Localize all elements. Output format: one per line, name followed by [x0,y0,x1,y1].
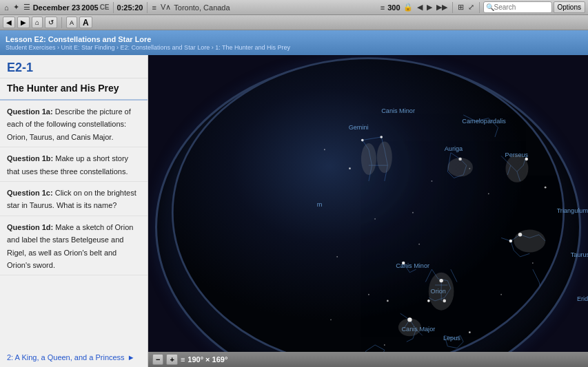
spacer [0,275,148,348]
breadcrumb-bar: Lesson E2: Constellations and Star Lore … [0,30,588,55]
minus-icon: − [156,355,160,364]
svg-point-77 [514,229,545,252]
svg-point-51 [330,319,332,320]
options-button[interactable]: Options [554,1,585,13]
svg-text:Canis Minor: Canis Minor [381,107,415,114]
svg-point-31 [545,187,547,189]
next-arrow-icon: ► [128,353,135,361]
dimensions-display: 190° × 169° [187,355,227,364]
svg-point-21 [427,300,430,302]
lesson-title: The Hunter and His Prey [0,78,148,101]
search-input[interactable] [494,3,543,11]
next-icon[interactable]: ▶▶ [435,2,449,12]
svg-point-53 [432,180,433,182]
nav-toolbar: ◀ ▶ ⌂ ↺ A A [0,15,588,30]
zoom-lock[interactable]: 🔒 [402,2,414,12]
svg-point-37 [488,193,489,194]
sky-view[interactable]: Canis Minor Gemini Camelopardalis Auriga… [148,55,588,367]
next-lesson-label: 2: A King, a Queen, and a Princess [7,353,125,361]
breadcrumb-content: Lesson E2: Constellations and Star Lore … [6,35,290,51]
question-block-1b: Question 1b: Make up a short story that … [0,147,148,182]
location-display: Toronto, Canada [174,3,230,12]
time-display: 0:25:20 [117,3,143,12]
svg-text:Camelopardalis: Camelopardalis [462,118,506,125]
sep2 [147,2,148,13]
sep5 [61,17,62,28]
breadcrumb-title: Lesson E2: Constellations and Star Lore [6,35,290,43]
toolbar-right: ≡ 300 🔒 ◀ ▶ ▶▶ ⊞ ⤢ 🔍 Options [379,1,585,13]
svg-point-33 [387,300,389,302]
forward-button[interactable]: ▶ [17,17,30,28]
question-block-1a: Question 1a: Describe the picture of eac… [0,101,148,147]
toolbar-left: ⌂ ✦ ☰ December 23 2005 CE 0:25:20 ≡ V∧ T… [3,2,230,13]
fullscreen-icon[interactable]: ⤢ [467,2,476,12]
svg-point-80 [377,141,392,173]
question-1a: Question 1a: Describe the picture of eac… [7,107,131,141]
plus-icon: + [170,355,174,364]
svg-text:Canis Minor: Canis Minor [396,262,429,269]
play-icon[interactable]: ▶ [425,2,434,12]
svg-point-78 [398,319,421,337]
question-1b: Question 1b: Make up a short story that … [7,154,128,175]
sky-svg: Canis Minor Gemini Camelopardalis Auriga… [148,55,588,367]
eq-icon[interactable]: ≡ [151,3,158,12]
main-toolbar: ⌂ ✦ ☰ December 23 2005 CE 0:25:20 ≡ V∧ T… [0,0,588,15]
year-display: 2005 [81,3,98,12]
text-larger-button[interactable]: A [79,17,92,28]
svg-point-23 [509,240,513,243]
stellarium-logo: ✦ [12,2,21,12]
svg-point-54 [532,262,534,264]
question-1d: Question 1d: Make a sketch of Orion and … [7,223,133,269]
svg-point-36 [324,149,325,150]
main-content: E2-1 The Hunter and His Prey Question 1a… [0,55,588,367]
next-lesson-link[interactable]: 2: A King, a Queen, and a Princess ► [0,348,148,367]
svg-text:Eridanus: Eridanus [577,295,588,302]
svg-point-39 [418,244,420,245]
bottom-bar: − + ≡ 190° × 169° [148,352,588,367]
svg-point-52 [551,338,552,339]
sep3 [452,2,453,13]
svg-point-76 [429,273,454,311]
lesson-id: E2-1 [0,55,148,78]
svg-point-30 [349,167,351,169]
question-1c: Question 1c: Click on on the brightest s… [7,189,136,209]
search-icon: 🔍 [486,3,494,11]
date-display: December 23 [33,3,81,12]
question-block-1c: Question 1c: Click on on the brightest s… [0,182,148,216]
era-display: CE [100,3,110,11]
svg-point-48 [384,344,385,346]
svg-point-79 [361,143,376,175]
layers-icon[interactable]: ≡ [379,3,386,12]
va-icon[interactable]: V∧ [159,2,172,12]
sep1 [113,2,114,13]
question-block-1d: Question 1d: Make a sketch of Orion and … [0,216,148,276]
home-button[interactable]: ⌂ [32,17,43,28]
zoom-level: 300 [387,3,400,12]
svg-point-47 [500,294,502,295]
home-icon[interactable]: ⌂ [3,3,10,12]
svg-text:Taurus: Taurus [571,251,588,258]
text-smaller-button[interactable]: A [66,17,77,28]
svg-point-38 [558,294,559,295]
bottom-sep: ≡ [181,355,185,364]
search-box[interactable]: 🔍 [483,1,552,13]
svg-point-32 [469,331,471,333]
back-button[interactable]: ◀ [3,17,15,28]
svg-point-83 [557,258,585,281]
svg-point-82 [506,155,529,182]
svg-point-55 [374,218,376,220]
view-icon[interactable]: ⊞ [456,2,465,12]
svg-point-41 [368,294,369,295]
zoom-in-button[interactable]: + [166,354,177,365]
refresh-button[interactable]: ↺ [45,17,57,28]
svg-text:Gemini: Gemini [349,124,369,131]
zoom-out-button[interactable]: − [152,354,163,365]
svg-point-42 [516,344,518,346]
svg-text:Lepus: Lepus [443,335,460,342]
menu-icon[interactable]: ☰ [22,2,32,12]
question-1b-label: Question 1b: [7,154,53,162]
svg-point-1 [172,59,563,367]
svg-point-49 [576,156,578,157]
prev-icon[interactable]: ◀ [416,2,424,12]
svg-point-35 [569,218,571,220]
